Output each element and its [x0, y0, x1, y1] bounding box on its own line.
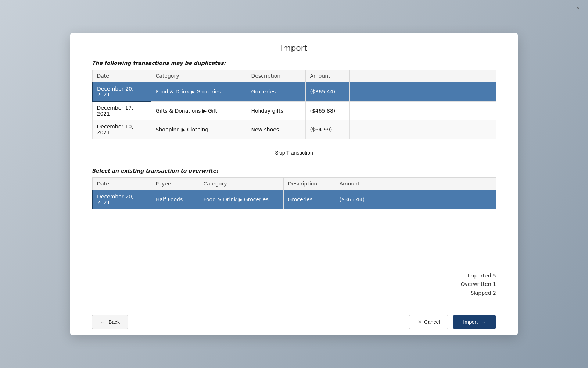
import-stats: Imported 5 Overwritten 1 Skipped 2: [92, 268, 496, 301]
row-date: December 10, 2021: [92, 120, 151, 139]
row-description: New shoes: [247, 120, 305, 139]
col-header-category: Category: [151, 70, 247, 82]
cancel-button[interactable]: ✕ Cancel: [409, 315, 449, 329]
row-extra2: [379, 190, 496, 209]
row-amount: ($64.99): [305, 120, 349, 139]
cancel-icon: ✕: [417, 319, 422, 325]
skip-transaction-button[interactable]: Skip Transaction: [92, 145, 496, 160]
dialog-body: The following transactions may be duplic…: [70, 60, 518, 309]
row-description2: Groceries: [283, 190, 335, 209]
table-row[interactable]: December 17, 2021 Gifts & Donations ▶ Gi…: [92, 101, 496, 120]
row-description: Holiday gifts: [247, 101, 305, 120]
col-header-description: Description: [247, 70, 305, 82]
col-header-amount2: Amount: [335, 178, 379, 190]
overwrite-heading: Select an existing transaction to overwr…: [92, 168, 496, 174]
import-button[interactable]: Import →: [453, 315, 496, 329]
overwritten-value: 1: [493, 281, 496, 287]
close-button[interactable]: ✕: [575, 5, 581, 11]
skipped-stat: Skipped 2: [92, 289, 496, 298]
maximize-button[interactable]: □: [562, 5, 567, 11]
row-category: Gifts & Donations ▶ Gift: [151, 101, 247, 120]
row-category: Food & Drink ▶ Groceries: [151, 82, 247, 101]
back-label: Back: [108, 319, 120, 325]
overwritten-label: Overwritten: [460, 281, 491, 287]
footer-right: ✕ Cancel Import →: [409, 315, 496, 329]
col-header-description2: Description: [283, 178, 335, 190]
row-amount2: ($365.44): [335, 190, 379, 209]
dialog-footer: ← Back ✕ Cancel Import →: [70, 309, 518, 335]
col-header-amount: Amount: [305, 70, 349, 82]
row-amount: ($465.88): [305, 101, 349, 120]
row-extra: [349, 101, 496, 120]
row-amount: ($365.44): [305, 82, 349, 101]
row-extra: [349, 120, 496, 139]
row-date2: December 20, 2021: [92, 190, 151, 209]
minimize-button[interactable]: —: [548, 5, 554, 11]
import-dialog: Import The following transactions may be…: [70, 33, 518, 335]
col-header-date: Date: [92, 70, 151, 82]
table-row[interactable]: December 20, 2021 Food & Drink ▶ Groceri…: [92, 82, 496, 101]
row-category: Shopping ▶ Clothing: [151, 120, 247, 139]
import-label: Import: [463, 319, 478, 325]
col-header-payee: Payee: [151, 178, 199, 190]
imported-stat: Imported 5: [92, 272, 496, 280]
col-header-extra2: [379, 178, 496, 190]
import-arrow-icon: →: [481, 319, 486, 325]
dialog-title: Import: [70, 33, 518, 60]
table-row[interactable]: December 20, 2021 Half Foods Food & Drin…: [92, 190, 496, 209]
table-row[interactable]: December 10, 2021 Shopping ▶ Clothing Ne…: [92, 120, 496, 139]
window-chrome: — □ ✕: [0, 0, 588, 16]
col-header-extra: [349, 70, 496, 82]
overwrite-table: Date Payee Category Description Amount D…: [92, 177, 496, 209]
row-date: December 20, 2021: [92, 82, 151, 101]
skipped-value: 2: [493, 290, 496, 296]
col-header-date2: Date: [92, 178, 151, 190]
skipped-label: Skipped: [470, 290, 491, 296]
duplicates-heading: The following transactions may be duplic…: [92, 60, 496, 66]
back-arrow-icon: ←: [100, 319, 105, 325]
row-date: December 17, 2021: [92, 101, 151, 120]
row-payee: Half Foods: [151, 190, 199, 209]
overwritten-stat: Overwritten 1: [92, 280, 496, 289]
row-category2: Food & Drink ▶ Groceries: [199, 190, 283, 209]
row-description: Groceries: [247, 82, 305, 101]
duplicates-table: Date Category Description Amount Decembe…: [92, 70, 496, 139]
imported-label: Imported: [468, 273, 491, 279]
col-header-category2: Category: [199, 178, 283, 190]
imported-value: 5: [493, 273, 496, 279]
row-extra: [349, 82, 496, 101]
back-button[interactable]: ← Back: [92, 315, 128, 329]
cancel-label: Cancel: [424, 319, 440, 325]
